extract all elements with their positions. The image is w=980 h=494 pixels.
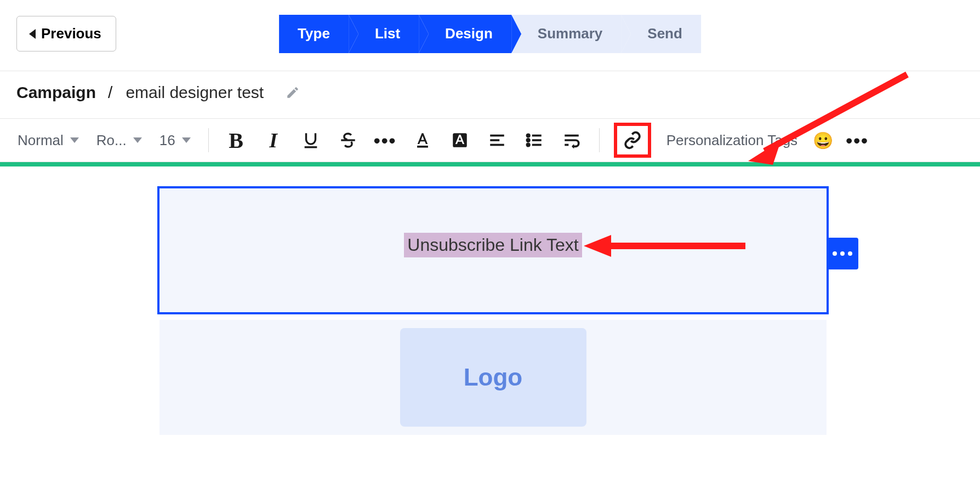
text-color-button[interactable] [409, 127, 436, 153]
svg-point-9 [527, 143, 529, 146]
toolbar-divider [208, 128, 209, 152]
top-bar: Previous Type List Design Summary Send [0, 0, 980, 71]
more-formatting-button[interactable]: ••• [372, 127, 398, 153]
editor-toolbar: Normal Ro... 16 B I ••• Personalization … [0, 118, 980, 162]
emoji-button[interactable]: 😀 [813, 131, 833, 150]
bold-button[interactable]: B [223, 127, 249, 153]
block-options-button[interactable] [827, 238, 858, 269]
step-send[interactable]: Send [621, 15, 701, 53]
font-select[interactable]: Ro... [93, 130, 145, 151]
step-type[interactable]: Type [279, 15, 349, 53]
selected-text[interactable]: Unsubscribe Link Text [404, 233, 582, 257]
style-select[interactable]: Normal [14, 130, 82, 151]
selected-text-block[interactable]: Unsubscribe Link Text [157, 186, 829, 314]
link-button-highlight [614, 123, 651, 158]
breadcrumb-name: email designer test [126, 83, 264, 102]
step-summary[interactable]: Summary [511, 15, 622, 53]
align-button[interactable] [484, 127, 510, 153]
logo-block[interactable]: Logo [159, 320, 827, 435]
accent-bar [0, 162, 980, 166]
logo-placeholder[interactable]: Logo [400, 328, 586, 427]
edit-name-icon[interactable] [286, 85, 300, 100]
personalization-tags-button[interactable]: Personalization Tags [662, 132, 802, 149]
editor-canvas[interactable]: Unsubscribe Link Text Logo [0, 166, 980, 492]
toolbar-overflow-button[interactable]: ••• [844, 127, 870, 153]
fontsize-select[interactable]: 16 [156, 130, 194, 151]
previous-button[interactable]: Previous [16, 16, 116, 51]
link-button[interactable] [619, 127, 646, 153]
list-button[interactable] [521, 127, 548, 153]
caret-left-icon [29, 29, 36, 39]
chevron-down-icon [70, 137, 79, 143]
step-list[interactable]: List [349, 15, 419, 53]
chevron-down-icon [182, 137, 191, 143]
toolbar-divider [599, 128, 600, 152]
breadcrumb-root: Campaign [16, 83, 96, 102]
underline-button[interactable] [298, 127, 324, 153]
chevron-down-icon [133, 137, 142, 143]
textwrap-button[interactable] [559, 127, 585, 153]
svg-point-7 [527, 134, 529, 137]
svg-point-8 [527, 139, 529, 142]
strikethrough-button[interactable] [335, 127, 361, 153]
italic-button[interactable]: I [260, 127, 287, 153]
previous-label: Previous [41, 25, 101, 42]
breadcrumb: Campaign / email designer test [0, 71, 980, 118]
svg-rect-2 [417, 146, 428, 148]
highlight-color-button[interactable] [447, 127, 473, 153]
breadcrumb-separator: / [108, 83, 112, 102]
step-design[interactable]: Design [419, 15, 511, 53]
wizard-steps: Type List Design Summary Send [279, 15, 701, 53]
